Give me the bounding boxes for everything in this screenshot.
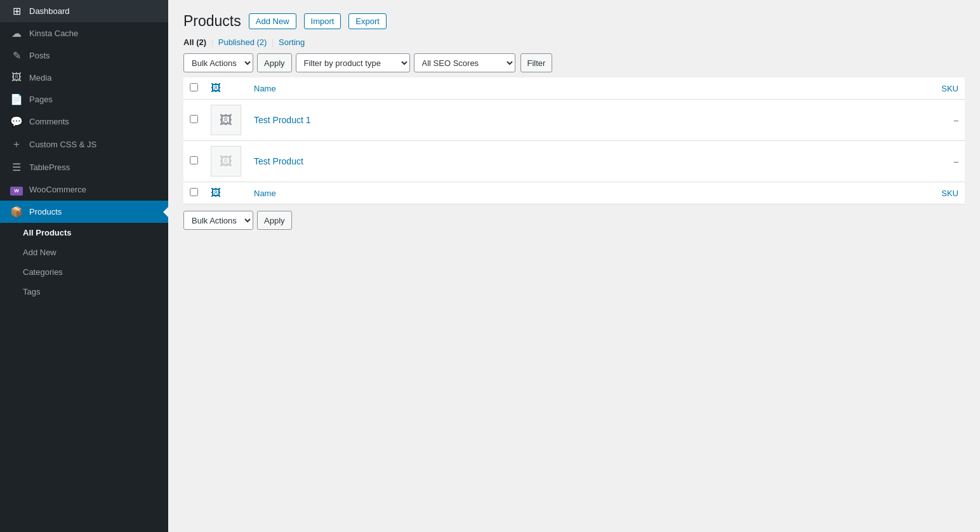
row2-image-cell: 🖼 — [204, 141, 248, 182]
row2-check-cell — [183, 141, 204, 182]
sidebar-item-label: Products — [29, 207, 62, 216]
sku-sort-link[interactable]: SKU — [941, 84, 958, 93]
bulk-actions-select-top[interactable]: Bulk Actions — [183, 53, 253, 72]
sidebar-item-media[interactable]: 🖼 Media — [0, 67, 168, 88]
table-header-row: 🖼 Name SKU — [183, 77, 965, 100]
image-footer-icon: 🖼 — [211, 187, 221, 198]
name-col-header[interactable]: Name — [248, 77, 750, 100]
add-new-label: Add New — [23, 248, 56, 257]
sidebar-item-products[interactable]: 📦 Products — [0, 201, 168, 223]
import-button[interactable]: Import — [304, 13, 341, 29]
select-all-footer — [183, 182, 204, 204]
row1-product-link[interactable]: Test Product 1 — [254, 115, 311, 125]
name-col-footer[interactable]: Name — [248, 182, 750, 204]
table-footer-row: 🖼 Name SKU — [183, 182, 965, 204]
sidebar-item-tags[interactable]: Tags — [0, 282, 168, 302]
sidebar-item-label: WooCommerce — [29, 185, 86, 194]
row2-sku-cell: – — [750, 141, 965, 182]
sidebar-item-posts[interactable]: ✎ Posts — [0, 44, 168, 67]
name-sort-link[interactable]: Name — [254, 84, 276, 93]
sidebar-item-label: Dashboard — [29, 6, 70, 16]
sidebar-item-custom-css-js[interactable]: ＋ Custom CSS & JS — [0, 133, 168, 156]
sidebar-item-label: TablePress — [29, 163, 70, 172]
sidebar: ⊞ Dashboard ☁ Kinsta Cache ✎ Posts 🖼 Med… — [0, 0, 168, 532]
image-col-footer: 🖼 — [204, 182, 248, 204]
categories-label: Categories — [23, 267, 63, 277]
main-content: Products Add New Import Export All (2) |… — [168, 0, 980, 532]
tablepress-icon: ☰ — [10, 161, 23, 173]
status-bar: All (2) | Published (2) | Sorting — [183, 37, 965, 47]
row1-sku: – — [954, 116, 958, 125]
add-new-button[interactable]: Add New — [249, 13, 296, 29]
media-icon: 🖼 — [10, 72, 23, 83]
woocommerce-icon: W — [10, 183, 23, 196]
sidebar-item-label: Comments — [29, 117, 69, 126]
products-icon: 📦 — [10, 206, 23, 218]
separator-1: | — [211, 37, 213, 47]
dashboard-icon: ⊞ — [10, 5, 23, 17]
pages-icon: 📄 — [10, 93, 23, 105]
status-sorting[interactable]: Sorting — [279, 37, 305, 47]
row1-checkbox[interactable] — [190, 115, 198, 123]
apply-button-bottom[interactable]: Apply — [257, 211, 292, 230]
custom-css-icon: ＋ — [10, 138, 23, 151]
name-sort-link-bottom[interactable]: Name — [254, 189, 276, 198]
page-title: Products — [183, 13, 241, 30]
all-products-label: All Products — [23, 228, 72, 237]
select-all-checkbox-bottom[interactable] — [190, 188, 198, 196]
bottom-toolbar: Bulk Actions Apply — [183, 211, 965, 230]
sidebar-item-pages[interactable]: 📄 Pages — [0, 88, 168, 110]
filter-product-type-select[interactable]: Filter by product type — [296, 53, 410, 72]
sidebar-item-tablepress[interactable]: ☰ TablePress — [0, 156, 168, 178]
export-button[interactable]: Export — [348, 13, 387, 29]
top-toolbar: Bulk Actions Apply Filter by product typ… — [183, 53, 965, 72]
sidebar-item-woocommerce[interactable]: W WooCommerce — [0, 178, 168, 201]
sidebar-item-label: Custom CSS & JS — [29, 140, 96, 149]
sidebar-item-label: Kinsta Cache — [29, 29, 78, 38]
bulk-actions-select-bottom[interactable]: Bulk Actions — [183, 211, 253, 230]
apply-button-top[interactable]: Apply — [257, 53, 292, 72]
table-row: 🖼 Test Product 1 – — [183, 100, 965, 141]
row1-check-cell — [183, 100, 204, 141]
sidebar-item-dashboard[interactable]: ⊞ Dashboard — [0, 0, 168, 22]
sku-col-header[interactable]: SKU — [750, 77, 965, 100]
products-table: 🖼 Name SKU 🖼 Test Product — [183, 77, 965, 204]
sidebar-item-comments[interactable]: 💬 Comments — [0, 110, 168, 133]
sku-col-footer[interactable]: SKU — [750, 182, 965, 204]
row1-sku-cell: – — [750, 100, 965, 141]
row2-sku: – — [954, 157, 958, 166]
row2-thumbnail: 🖼 — [211, 146, 241, 176]
sidebar-item-label: Pages — [29, 95, 53, 104]
separator-2: | — [272, 37, 274, 47]
page-header: Products Add New Import Export — [183, 13, 965, 30]
sidebar-item-all-products[interactable]: All Products — [0, 223, 168, 243]
sidebar-item-label: Posts — [29, 51, 50, 60]
row2-product-link[interactable]: Test Product — [254, 156, 303, 166]
select-all-header — [183, 77, 204, 100]
filter-button[interactable]: Filter — [520, 53, 553, 72]
image-header-icon: 🖼 — [211, 83, 221, 93]
seo-scores-select[interactable]: All SEO Scores — [414, 53, 515, 72]
row1-name-cell: Test Product 1 — [248, 100, 750, 141]
status-published[interactable]: Published (2) — [218, 37, 269, 47]
sidebar-item-label: Media — [29, 73, 51, 83]
row1-image-cell: 🖼 — [204, 100, 248, 141]
status-all[interactable]: All (2) — [183, 37, 209, 47]
comments-icon: 💬 — [10, 116, 23, 128]
kinsta-icon: ☁ — [10, 27, 23, 39]
products-submenu: All Products Add New Categories Tags — [0, 223, 168, 302]
sidebar-item-add-new[interactable]: Add New — [0, 243, 168, 262]
row2-name-cell: Test Product — [248, 141, 750, 182]
row2-checkbox[interactable] — [190, 156, 198, 164]
posts-icon: ✎ — [10, 50, 23, 62]
select-all-checkbox[interactable] — [190, 83, 198, 91]
image-col-header: 🖼 — [204, 77, 248, 100]
row1-thumbnail: 🖼 — [211, 105, 241, 135]
sidebar-item-kinsta-cache[interactable]: ☁ Kinsta Cache — [0, 22, 168, 44]
sku-sort-link-bottom[interactable]: SKU — [941, 189, 958, 198]
table-row: 🖼 Test Product – — [183, 141, 965, 182]
tags-label: Tags — [23, 287, 40, 296]
sidebar-item-categories[interactable]: Categories — [0, 262, 168, 282]
